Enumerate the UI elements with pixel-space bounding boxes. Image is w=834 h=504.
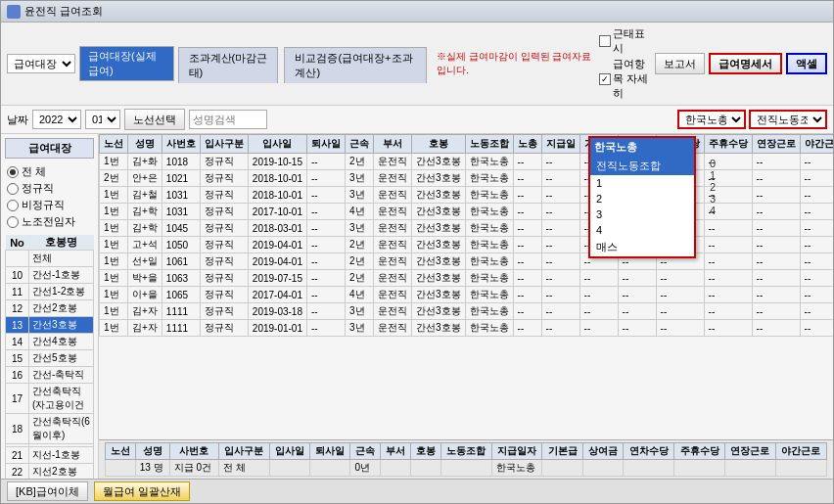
table-cell: 한국노총 [465, 170, 513, 187]
report-button[interactable]: 보고서 [655, 53, 705, 74]
table-row[interactable]: 1번김+화1018정규직2019-10-15--2년운전직간선3호봉한국노총--… [100, 154, 834, 170]
dropdown-item[interactable]: 1 [590, 175, 694, 191]
grade-name: 간선-축탁직 [29, 367, 94, 384]
table-row[interactable]: 1번김+철1031정규직2018-10-01--3년운전직간선3호봉한국노총--… [100, 187, 834, 204]
table-cell: -- [752, 204, 800, 220]
line-select-button[interactable]: 노선선택 [124, 109, 185, 130]
radio-all[interactable]: 전 체 [7, 164, 92, 179]
left-panel: 급여대장 전 체 정규직 비정규직 노조전임자 [1, 134, 99, 479]
table-row[interactable]: 1번김+학1045정규직2018-03-01--3년운전직간선3호봉한국노총--… [100, 220, 834, 237]
radio-union-circle[interactable] [7, 216, 19, 228]
grade-table-row[interactable]: 전체 [6, 251, 94, 267]
table-cell: -- [656, 303, 704, 320]
checkbox-detail[interactable]: 급여항목 자세히 [599, 57, 651, 101]
table-cell: -- [513, 270, 541, 287]
name-search-input[interactable] [189, 110, 267, 129]
union-sub-select[interactable]: 전직노동조합 [749, 110, 827, 129]
table-cell: 김+학 [128, 204, 162, 220]
grade-table-row[interactable]: 14간선4호봉 [6, 334, 94, 350]
dropdown-item[interactable]: 2 [590, 191, 694, 206]
dept-select[interactable]: 급여대장 [7, 54, 75, 73]
kb-transfer-button[interactable]: [KB]급여이체 [7, 481, 88, 501]
table-row[interactable]: 1번김+자1111정규직2019-03-18--3년운전직간선3호봉한국노총--… [100, 303, 834, 320]
radio-all-circle[interactable] [7, 166, 19, 178]
summary-cell [674, 460, 725, 477]
table-cell: -- [307, 220, 346, 237]
grade-table-row[interactable]: 22지선2호봉 [6, 464, 94, 480]
table-row[interactable]: 1번이+을1065정규직2017-04-01--4년운전직간선3호봉한국노총--… [100, 287, 834, 303]
table-cell: 한국노총 [465, 204, 513, 220]
grade-table-row[interactable]: 11간선1-2호봉 [6, 284, 94, 300]
radio-regular-circle[interactable] [7, 183, 19, 195]
summary-cell [106, 460, 136, 477]
table-cell: 1번 [100, 320, 128, 337]
summary-cell [381, 460, 411, 477]
column-header: 노선 [100, 135, 128, 154]
radio-irregular[interactable]: 비정규직 [7, 198, 92, 212]
excel-button[interactable]: 액셀 [786, 53, 827, 74]
column-header: 주휴수당 [704, 135, 752, 154]
year-select[interactable]: 2022 [32, 110, 81, 129]
dropdown-item[interactable]: 매스 [590, 238, 694, 256]
grade-table-row[interactable]: 15간선5호봉 [6, 350, 94, 367]
table-row[interactable]: 2번안+은1021정규직2018-10-01--3년운전직간선3호봉한국노총--… [100, 170, 834, 187]
table-row[interactable]: 1번박+을1063정규직2019-07-15--2년운전직간선3호봉한국노총--… [100, 270, 834, 287]
month-select[interactable]: 01 [85, 110, 120, 129]
table-cell: 간선3호봉 [412, 170, 466, 187]
table-cell: 2019-04-01 [248, 237, 306, 253]
table-cell: 2017-10-01 [248, 204, 306, 220]
checkbox-table-box[interactable] [599, 35, 611, 47]
tab-actual-pay[interactable]: 급여대장(실제급여) [80, 47, 173, 80]
summary-cell [269, 460, 309, 477]
summary-header: 연차수당 [624, 443, 674, 460]
grade-table-row[interactable]: 17간선축탁직(자고용이건 [6, 384, 94, 414]
table-cell: 1번 [100, 187, 128, 204]
dropdown-item[interactable]: 4 [590, 222, 694, 238]
table-cell: -- [307, 170, 346, 187]
table-cell: 간선3호봉 [412, 237, 466, 253]
dropdown-item[interactable]: 3 [590, 206, 694, 222]
radio-regular[interactable]: 정규직 [7, 181, 92, 196]
table-cell: 2019-01-01 [248, 320, 306, 337]
union-dropdown[interactable]: 한국노총 전직노동조합1234매스 [588, 136, 696, 258]
data-table-container[interactable]: 노선성명사번호입사구분입사일퇴사일근속부서호봉노동조합노총지급일기본급상여금연차… [99, 134, 833, 439]
table-row[interactable]: 1번고+석1050정규직2019-04-01--2년운전직간선3호봉한국노총--… [100, 237, 834, 253]
grade-table-row[interactable]: 21지선-1호봉 [6, 447, 94, 464]
table-cell: -- [800, 220, 833, 237]
grade-table-row[interactable]: 10간선-1호봉 [6, 267, 94, 284]
table-cell: -- [704, 220, 752, 237]
grade-name: 간선-1호봉 [29, 267, 94, 284]
table-cell: 1번 [100, 287, 128, 303]
table-cell: -- [307, 287, 346, 303]
tab-overtime[interactable]: 조과계산(마감근태) [178, 47, 279, 83]
grade-table-row[interactable]: 12간선2호봉 [6, 300, 94, 317]
grade-table-row[interactable]: 13간선3호봉 [6, 317, 94, 334]
radio-union[interactable]: 노조전임자 [7, 214, 92, 229]
radio-irregular-circle[interactable] [7, 200, 19, 211]
table-cell: 선+일 [128, 253, 162, 270]
summary-cell [542, 460, 582, 477]
grade-table: No 호봉명 전체10간선-1호봉11간선1-2호봉12간선2호봉13간선3호봉… [5, 235, 94, 479]
payslip-button[interactable]: 급여명세서 [709, 53, 782, 74]
grade-table-row[interactable]: 16간선-축탁직 [6, 367, 94, 384]
table-row[interactable]: 1번김+자1111정규직2019-01-01--3년운전직간선3호봉한국노총--… [100, 320, 834, 337]
window-title: 윤전직 급여조회 [24, 4, 103, 19]
checkbox-table[interactable]: 근태표시 [599, 26, 651, 56]
grade-table-row[interactable]: 18간선축탁직(6월이후) [6, 414, 94, 444]
bulk-calculate-button[interactable]: 월급여 일괄산재 [94, 481, 190, 501]
column-header: 연장근로 [752, 135, 800, 154]
table-cell: 1065 [162, 287, 200, 303]
column-header: 호봉 [412, 135, 466, 154]
grade-no: 21 [6, 447, 29, 464]
table-cell: -- [800, 204, 833, 220]
checkbox-detail-box[interactable] [599, 73, 611, 85]
union-select[interactable]: 한국노총 [677, 110, 746, 129]
table-row[interactable]: 1번선+일1061정규직2019-04-01--2년운전직간선3호봉한국노총--… [100, 253, 834, 270]
table-cell: -- [307, 253, 346, 270]
table-cell: 간선3호봉 [412, 220, 466, 237]
tab-compare[interactable]: 비교검증(급여대장+조과계산) [284, 47, 427, 83]
table-cell: 2017-04-01 [248, 287, 306, 303]
table-row[interactable]: 1번김+학1031정규직2017-10-01--4년운전직간선3호봉한국노총--… [100, 204, 834, 220]
dropdown-item[interactable]: 전직노동조합 [590, 157, 694, 175]
table-cell: -- [579, 287, 618, 303]
